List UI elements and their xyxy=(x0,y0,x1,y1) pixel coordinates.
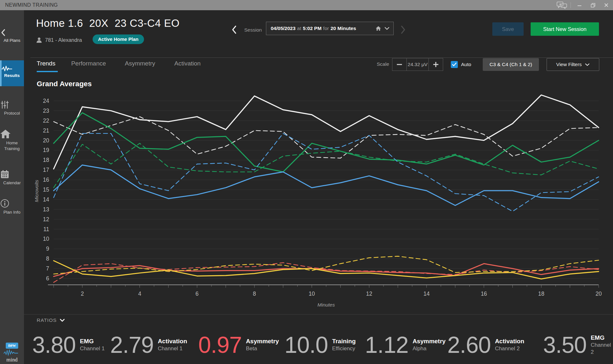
info-icon xyxy=(0,199,24,208)
y-axis-tick-label: 23 xyxy=(43,108,49,114)
ratio-sublabel: Beta xyxy=(246,345,279,352)
ratio-sublabel: Channel 2 xyxy=(591,342,613,356)
channel-selector-button[interactable]: C3 & C4 (Ch 1 & 2) xyxy=(483,58,539,71)
tab-trends[interactable]: Trends xyxy=(37,60,55,67)
main-content: Home 1.6 20X 23 C3-C4 EO 781 - Alexandra… xyxy=(24,10,613,364)
y-axis-tick-label: 21 xyxy=(43,127,49,134)
y-axis-tick-label: 8 xyxy=(46,255,49,262)
x-axis-tick-label: 6 xyxy=(195,291,199,297)
sidebar: All Plans Results Protocol Home Training xyxy=(0,10,24,364)
y-axis-tick-label: 9 xyxy=(46,246,49,252)
series-green-solid xyxy=(54,113,599,172)
session-label: Session xyxy=(244,27,262,33)
ratios-header[interactable]: RATIOS xyxy=(37,317,65,323)
x-axis-tick-label: 2 xyxy=(81,291,84,297)
window-titlebar: NEWMIND TRAINING xyxy=(0,0,613,10)
restore-button[interactable] xyxy=(586,0,600,10)
ratios-header-label: RATIOS xyxy=(37,317,57,323)
checkmark-icon xyxy=(452,63,457,66)
tab-asymmetry[interactable]: Asymmetry xyxy=(125,60,155,67)
save-button[interactable]: Save xyxy=(492,22,524,36)
session-date: 04/05/2023 xyxy=(271,26,296,31)
sliders-icon xyxy=(0,100,24,109)
sidebar-item-protocol[interactable]: Protocol xyxy=(0,100,24,116)
x-axis-title: Minutes xyxy=(317,302,335,307)
tab-activation[interactable]: Activation xyxy=(174,60,201,67)
session-at-word: at xyxy=(296,26,303,31)
view-filters-button[interactable]: View Filters xyxy=(547,58,599,71)
logo-mind-text: mind xyxy=(0,357,24,363)
chevron-left-icon xyxy=(0,29,24,36)
ratio-value: 2.60 xyxy=(447,332,491,358)
x-axis-tick-label: 20 xyxy=(595,291,602,297)
next-session-button[interactable] xyxy=(399,25,408,34)
y-axis-tick-label: 17 xyxy=(43,167,49,173)
ratios-divider xyxy=(24,314,613,315)
y-axis-tick-label: 10 xyxy=(43,236,49,242)
minimize-button[interactable] xyxy=(573,0,586,10)
sidebar-item-results[interactable]: Results xyxy=(0,60,24,86)
ratio-value: 0.97 xyxy=(198,332,242,358)
sidebar-item-label: Results xyxy=(4,73,20,78)
window-controls xyxy=(555,0,613,10)
sidebar-item-label: Protocol xyxy=(4,111,20,116)
ratio-asymmetry-alpha: 1.12 Asymmetry Alpha xyxy=(365,330,446,360)
session-selector[interactable]: 04/05/2023 at 5:02 PM for 20 Minutes xyxy=(266,22,394,35)
page-title: Home 1.6 20X 23 C3-C4 EO xyxy=(36,17,180,29)
y-axis-tick-label: 15 xyxy=(43,186,49,193)
home-icon xyxy=(0,129,24,139)
grand-averages-chart: 6789101112131415161718192021222324246810… xyxy=(24,89,613,310)
titlebar-separator xyxy=(571,2,571,8)
session-duration: 20 Minutes xyxy=(330,26,356,31)
feedback-icon[interactable] xyxy=(555,0,569,10)
ratio-sublabel: Efficiency xyxy=(332,345,356,352)
sidebar-item-home-training[interactable]: Home Training xyxy=(0,129,24,152)
ratio-activation-ch1: 2.79 Activation Channel 1 xyxy=(110,330,187,360)
scale-label: Scale xyxy=(377,61,389,67)
chevron-down-icon xyxy=(585,63,590,66)
home-session-icon xyxy=(375,26,381,31)
scale-increase-button[interactable] xyxy=(428,58,443,71)
auto-checkbox-label: Auto xyxy=(461,62,471,67)
sidebar-item-all-plans[interactable]: All Plans xyxy=(0,29,24,43)
waveform-icon xyxy=(0,65,24,73)
ratio-sublabel: Channel 1 xyxy=(80,345,105,352)
y-axis-tick-label: 13 xyxy=(43,206,49,213)
sidebar-item-plan-info[interactable]: Plan Info xyxy=(0,199,24,215)
x-axis-tick-label: 10 xyxy=(309,291,315,297)
scale-stepper: 24.32 μV xyxy=(392,58,443,71)
ratio-value: 10.0 xyxy=(284,332,328,358)
x-axis-tick-label: 14 xyxy=(423,291,430,297)
series-red-solid xyxy=(54,264,599,277)
close-button[interactable] xyxy=(600,0,613,10)
active-indicator xyxy=(0,60,2,86)
auto-checkbox[interactable] xyxy=(451,61,458,68)
y-axis-tick-label: 18 xyxy=(43,157,49,163)
logo-waveform-icon xyxy=(3,349,21,356)
session-time: 5:02 PM xyxy=(303,26,322,31)
ratio-value: 3.80 xyxy=(32,332,76,358)
ratio-asymmetry-beta: 0.97 Asymmetry Beta xyxy=(198,330,279,360)
sidebar-item-label: Calendar xyxy=(3,180,21,185)
header-divider xyxy=(30,57,613,58)
ratio-training-efficiency: 10.0 Training Efficiency xyxy=(284,330,356,360)
previous-session-button[interactable] xyxy=(231,25,239,34)
y-axis-title: Microvolts xyxy=(34,180,39,202)
y-axis-tick-label: 11 xyxy=(43,226,49,232)
ratio-sublabel: Alpha xyxy=(412,345,446,352)
ratio-label: Activation xyxy=(158,337,187,345)
ratio-value: 1.12 xyxy=(365,332,408,358)
scale-decrease-button[interactable] xyxy=(392,58,407,71)
active-plan-badge: Active Home Plan xyxy=(93,34,144,44)
sidebar-item-label: All Plans xyxy=(4,38,20,43)
ratio-emg-ch1: 3.80 EMG Channel 1 xyxy=(32,330,105,360)
x-axis-tick-label: 16 xyxy=(481,291,487,297)
start-new-session-button[interactable]: Start New Session xyxy=(531,22,599,36)
ratio-value: 3.50 xyxy=(543,332,587,358)
tab-performance[interactable]: Performance xyxy=(71,60,106,67)
sidebar-item-label: Home Training xyxy=(2,140,22,152)
app-title: NEWMIND TRAINING xyxy=(5,2,58,8)
ratio-emg-ch2: 3.50 EMG Channel 2 xyxy=(543,330,613,360)
sidebar-item-label: Plan Info xyxy=(4,210,20,215)
sidebar-item-calendar[interactable]: Calendar xyxy=(0,170,24,185)
